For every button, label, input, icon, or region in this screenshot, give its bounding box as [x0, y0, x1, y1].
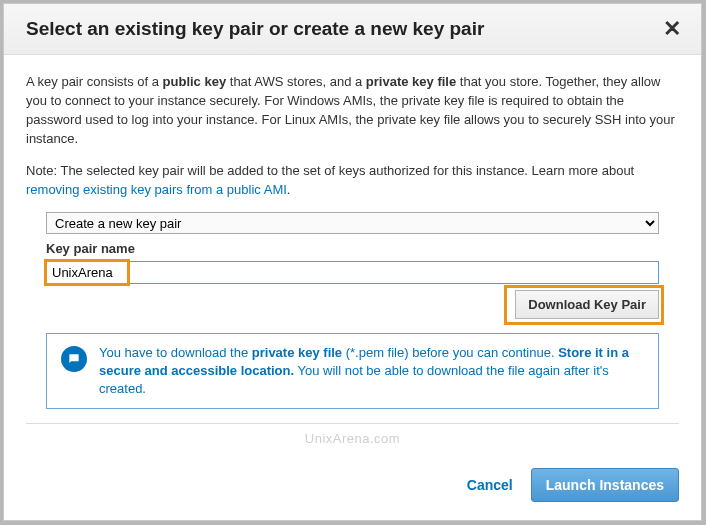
info-seg: (*.pem file) before you can continue. [342, 345, 558, 360]
keypair-description: A key pair consists of a public key that… [26, 73, 679, 148]
close-icon[interactable]: ✕ [663, 18, 681, 40]
launch-instances-button[interactable]: Launch Instances [531, 468, 679, 502]
watermark-text: UnixArena.com [26, 422, 679, 449]
modal-footer: Cancel Launch Instances [4, 464, 701, 520]
download-keypair-button[interactable]: Download Key Pair [515, 290, 659, 319]
note-suffix: . [287, 182, 291, 197]
keypair-name-label: Key pair name [46, 240, 659, 259]
keypair-select-wrap: Create a new key pair [46, 212, 659, 234]
svg-point-2 [75, 357, 77, 359]
desc-text: A key pair consists of a [26, 74, 163, 89]
keypair-name-input[interactable] [46, 261, 659, 284]
svg-point-1 [73, 357, 75, 359]
info-bold-file: private key file [252, 345, 342, 360]
remove-keypairs-link[interactable]: removing existing key pairs from a publi… [26, 182, 287, 197]
svg-point-0 [71, 357, 73, 359]
info-alert: You have to download the private key fil… [46, 333, 659, 410]
desc-text: that AWS stores, and a [226, 74, 366, 89]
modal-title: Select an existing key pair or create a … [26, 18, 484, 40]
chat-icon [61, 346, 87, 372]
info-text: You have to download the private key fil… [99, 344, 644, 399]
desc-bold-public: public key [163, 74, 227, 89]
keypair-name-row [46, 261, 659, 284]
keypair-note: Note: The selected key pair will be adde… [26, 162, 679, 200]
info-seg: You have to download the [99, 345, 252, 360]
desc-bold-private: private key file [366, 74, 456, 89]
cancel-button[interactable]: Cancel [467, 477, 513, 493]
keypair-mode-select[interactable]: Create a new key pair [46, 212, 659, 234]
note-text: Note: The selected key pair will be adde… [26, 163, 634, 178]
keypair-modal: Select an existing key pair or create a … [3, 3, 702, 521]
download-row: Download Key Pair [46, 290, 659, 319]
modal-body: A key pair consists of a public key that… [4, 55, 701, 464]
modal-header: Select an existing key pair or create a … [4, 4, 701, 55]
